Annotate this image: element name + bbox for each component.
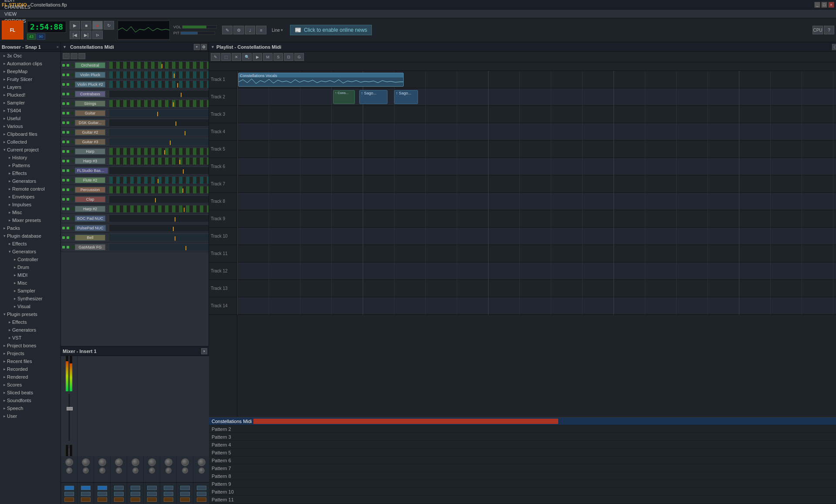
minimize-button[interactable]: _ [814, 2, 820, 8]
track-row-4[interactable] [237, 123, 836, 141]
channel-led-solo[interactable] [71, 208, 74, 210]
channel-led-solo[interactable] [71, 93, 74, 95]
channel-led-mute[interactable] [67, 83, 69, 86]
channel-led-green[interactable] [62, 102, 65, 105]
pl-mute-btn[interactable]: M [263, 53, 273, 61]
eq-btn-8[interactable] [197, 497, 206, 502]
send-btn-1-7[interactable] [180, 486, 190, 490]
clip-sago-2[interactable]: ↑ Sago... [394, 90, 418, 104]
channel-pad-area[interactable] [109, 186, 209, 193]
channel-name[interactable]: Guitar #2 [75, 129, 105, 135]
pl-group-btn[interactable]: G [294, 53, 304, 61]
send-btn-2-7[interactable] [180, 492, 190, 496]
browser-content[interactable]: ▸3x Osc▸Automation clips▸BeepMap▸Fruity … [0, 52, 61, 504]
eq-btn-5[interactable] [147, 497, 157, 502]
sidebar-item-collected[interactable]: ▸Collected [0, 138, 61, 146]
channel-led-solo[interactable] [71, 246, 74, 249]
channel-led-mute[interactable] [67, 179, 69, 181]
sidebar-item-drum[interactable]: ▸Drum [0, 263, 61, 271]
track-row-6[interactable] [237, 158, 836, 175]
track-row-8[interactable] [237, 193, 836, 210]
pattern-item-11[interactable]: Pattern 11 [209, 496, 836, 504]
next-button[interactable]: ▶| [81, 30, 91, 39]
track-label-2[interactable]: Track 2 [209, 88, 237, 106]
channel-led-green[interactable] [62, 227, 65, 229]
channel-led-solo[interactable] [71, 217, 74, 220]
sidebar-item-patterns[interactable]: ▸Patterns [0, 161, 61, 169]
menu-item-view[interactable]: VIEW [2, 10, 33, 17]
track-row-13[interactable] [237, 280, 836, 297]
track-label-10[interactable]: Track 10 [209, 228, 237, 245]
channel-pad-area[interactable] [109, 91, 209, 97]
tool-btn-4[interactable]: ≡ [256, 26, 266, 34]
pan-knob-4[interactable] [131, 458, 139, 466]
channel-name[interactable]: DSK Guitar... [75, 120, 105, 126]
channel-led-green[interactable] [62, 246, 65, 249]
pattern-item-9[interactable]: Pattern 9 [209, 480, 836, 488]
sidebar-item-synthesizer[interactable]: ▸Synthesizer [0, 295, 61, 302]
sidebar-item-misc[interactable]: ▸Misc [0, 208, 61, 216]
clip-midi-2[interactable]: ↑ Cons... [333, 90, 355, 104]
eq-btn-4[interactable] [131, 497, 140, 502]
channel-led-green[interactable] [62, 208, 65, 210]
track-label-1[interactable]: Track 1 [209, 71, 237, 88]
channel-led-green[interactable] [62, 83, 65, 86]
sidebar-item-useful[interactable]: ▸Useful [0, 114, 61, 122]
channel-led-green[interactable] [62, 74, 65, 76]
track-label-8[interactable]: Track 8 [209, 193, 237, 210]
stop-button[interactable]: ■ [81, 21, 91, 30]
send-knob-6[interactable] [165, 467, 172, 474]
cpu-btn[interactable]: CPU [812, 26, 823, 34]
channel-name[interactable]: Harp #3 [75, 158, 105, 164]
channel-led-mute[interactable] [67, 227, 69, 229]
track-label-14[interactable]: Track 14 [209, 297, 237, 315]
sidebar-item-remote-control[interactable]: ▸Remote control [0, 185, 61, 193]
pan-knob-7[interactable] [181, 458, 189, 466]
sidebar-item-mixer-presets[interactable]: ▸Mixer presets [0, 216, 61, 224]
ch-tool-3[interactable] [78, 53, 85, 59]
channel-name[interactable]: Orchestral [75, 62, 105, 68]
sidebar-item-beepmap[interactable]: ▸BeepMap [0, 67, 61, 75]
pattern-item-8[interactable]: Pattern 8 [209, 472, 836, 480]
tool-btn-2[interactable]: ⚙ [233, 26, 244, 34]
pattern-item-4[interactable]: Pattern 4 [209, 441, 836, 449]
channel-name[interactable]: Harp #2 [75, 206, 105, 212]
menu-item-edit[interactable]: EDIT [2, 0, 33, 3]
channel-pad-area[interactable] [109, 110, 209, 117]
send-btn-2-6[interactable] [164, 492, 173, 496]
browser-close-icon[interactable]: × [57, 45, 59, 49]
track-row-5[interactable] [237, 141, 836, 158]
pl-solo-btn[interactable]: S [273, 53, 283, 61]
pan-knob-3[interactable] [115, 458, 123, 466]
pan-knob-0[interactable] [65, 458, 73, 466]
sidebar-item-fruity-slicer[interactable]: ▸Fruity Slicer [0, 75, 61, 83]
skip-button[interactable]: ⊳ [92, 30, 103, 39]
tracks-grid[interactable]: Constellations Vocals ↑ Sago...↑ Sago...… [237, 71, 836, 417]
send-btn-1-2[interactable] [98, 486, 107, 490]
send-btn-2-1[interactable] [81, 492, 91, 496]
loop-button[interactable]: ↻ [104, 21, 114, 30]
rack-settings-btn[interactable]: ⚙ [201, 44, 207, 50]
channel-led-mute[interactable] [67, 141, 69, 143]
channel-led-mute[interactable] [67, 131, 69, 134]
sidebar-item-3x-osc[interactable]: ▸3x Osc [0, 52, 61, 60]
channel-led-solo[interactable] [71, 121, 74, 124]
send-knob-8[interactable] [199, 467, 205, 474]
sidebar-item-soundfonts[interactable]: ▸Soundfonts [0, 396, 61, 404]
record-button[interactable]: ● [92, 21, 103, 30]
send-btn-2-8[interactable] [197, 492, 206, 496]
pl-zoom-btn[interactable]: 🔍 [242, 53, 252, 61]
channel-led-mute[interactable] [67, 198, 69, 201]
channel-led-mute[interactable] [67, 64, 69, 67]
track-label-6[interactable]: Track 6 [209, 158, 237, 175]
channel-led-green[interactable] [62, 188, 65, 191]
sidebar-item-current-project[interactable]: ▾Current project [0, 146, 61, 154]
sidebar-item-packs[interactable]: ▸Packs [0, 224, 61, 232]
channel-led-green[interactable] [62, 198, 65, 201]
channel-led-mute[interactable] [67, 188, 69, 191]
eq-btn-2[interactable] [98, 497, 107, 502]
send-btn-2-4[interactable] [131, 492, 140, 496]
track-label-4[interactable]: Track 4 [209, 123, 237, 141]
tool-btn-3[interactable]: ♩ [245, 26, 255, 34]
track-label-12[interactable]: Track 12 [209, 262, 237, 280]
